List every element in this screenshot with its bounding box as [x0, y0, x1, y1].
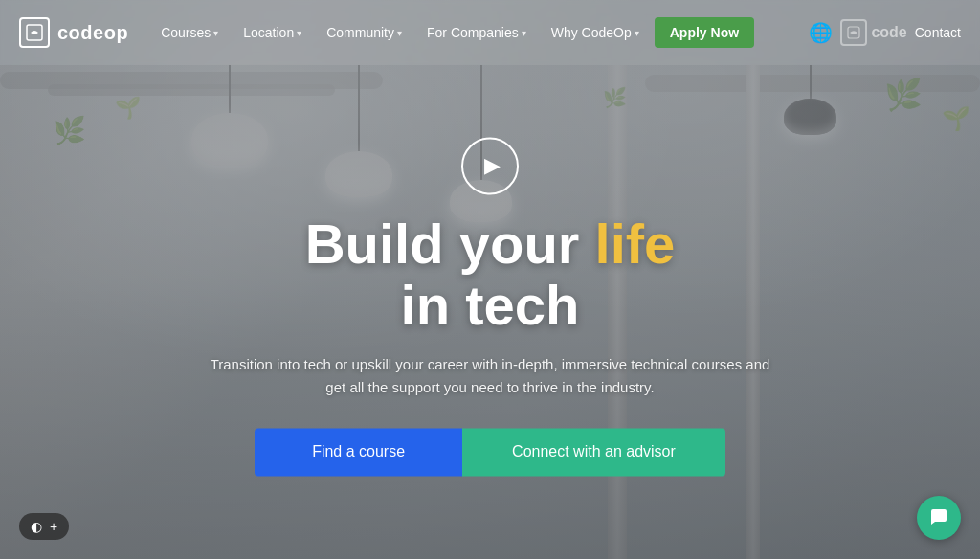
nav-contact[interactable]: Contact [915, 25, 961, 40]
logo-text: codeop [57, 22, 128, 44]
chevron-icon: ▾ [213, 28, 218, 38]
accessibility-widget: ◐ + [19, 513, 69, 540]
navbar: codeop Courses ▾ Location ▾ Community ▾ … [0, 0, 980, 65]
nav-location[interactable]: Location ▾ [234, 17, 311, 48]
nav-why-codeop[interactable]: Why CodeOp ▾ [542, 17, 649, 48]
connect-advisor-button[interactable]: Connect with an advisor [462, 428, 725, 476]
chevron-icon: ▾ [397, 28, 402, 38]
logo-icon [19, 17, 50, 48]
chat-icon [928, 507, 949, 528]
hero-buttons: Find a course Connect with an advisor [165, 428, 815, 476]
accessibility-toggle[interactable]: ◐ + [19, 513, 69, 540]
hero-title-highlight: life [595, 212, 676, 275]
nav-courses[interactable]: Courses ▾ [151, 17, 228, 48]
hero-content: ▶ Build your life in tech Transition int… [165, 137, 815, 476]
secondary-logo-icon [840, 19, 867, 46]
play-button[interactable]: ▶ [461, 137, 519, 194]
nav-community[interactable]: Community ▾ [317, 17, 412, 48]
nav-apply-now[interactable]: Apply Now [655, 17, 754, 48]
chevron-icon: ▾ [297, 28, 301, 38]
nav-right: 🌐 code Contact [809, 19, 961, 46]
chevron-icon: ▾ [522, 28, 526, 38]
hero-section: 🌿 🌱 🌿 🌱 🌿 codeop Courses ▾ Location ▾ [0, 0, 980, 559]
hero-title-line2: in tech [401, 274, 580, 336]
accessibility-icon: ◐ [31, 519, 42, 534]
find-course-button[interactable]: Find a course [255, 428, 462, 476]
chat-widget[interactable] [917, 496, 961, 540]
play-icon: ▶ [484, 153, 501, 178]
secondary-logo-text: code [871, 24, 906, 41]
nav-for-companies[interactable]: For Companies ▾ [417, 17, 536, 48]
hero-title-main: Build your [305, 212, 595, 275]
globe-icon[interactable]: 🌐 [809, 21, 833, 44]
hero-title: Build your life in tech [165, 213, 815, 336]
chevron-icon: ▾ [635, 28, 639, 38]
accessibility-plus-icon: + [50, 519, 57, 534]
nav-items: Courses ▾ Location ▾ Community ▾ For Com… [151, 17, 809, 48]
logo[interactable]: codeop [19, 17, 128, 48]
hero-subtitle: Transition into tech or upskill your car… [203, 353, 777, 399]
secondary-logo: code [840, 19, 906, 46]
